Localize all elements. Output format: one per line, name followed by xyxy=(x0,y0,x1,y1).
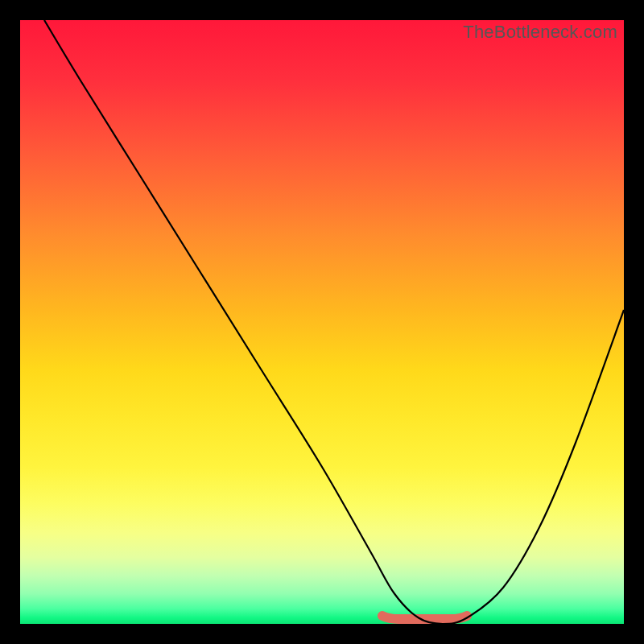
chart-stage: TheBottleneck.com xyxy=(0,0,644,644)
chart-svg xyxy=(20,20,624,624)
valley-highlight xyxy=(382,616,467,619)
chart-plot-area: TheBottleneck.com xyxy=(20,20,624,624)
bottleneck-curve xyxy=(44,20,624,624)
